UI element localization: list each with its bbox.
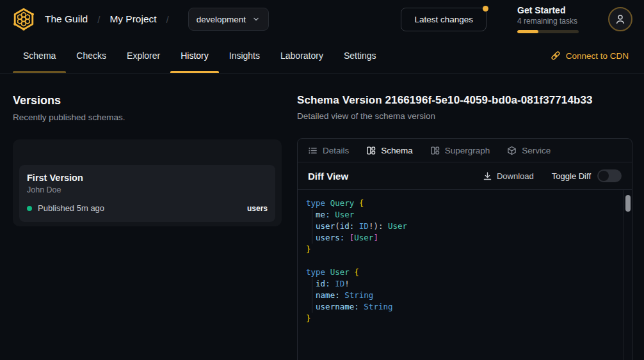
latest-changes-button[interactable]: Latest changes	[401, 8, 487, 31]
scrollbar-track	[624, 190, 624, 360]
detail-tab-label: Supergraph	[445, 146, 490, 155]
app-header: The Guild / My Project / development Lat…	[0, 0, 644, 38]
tab-label: Explorer	[127, 51, 160, 61]
detail-tab-schema[interactable]: Schema	[366, 146, 413, 155]
target-nav: Schema Checks Explorer History Insights …	[0, 38, 644, 74]
get-started-tasks: 4 remaining tasks	[517, 17, 579, 26]
tab-label: Checks	[76, 51, 106, 61]
detail-tab-details[interactable]: Details	[308, 146, 349, 155]
indent-guide	[312, 209, 312, 244]
breadcrumb-separator: /	[97, 14, 100, 25]
diff-toolbar: Diff View Download Toggle Diff	[298, 162, 632, 190]
target-select[interactable]: development	[188, 8, 269, 31]
detail-tab-label: Details	[323, 146, 349, 155]
get-started-title: Get Started	[517, 5, 579, 15]
get-started-progressbar	[517, 30, 579, 33]
person-icon	[615, 13, 626, 25]
version-author: John Doe	[27, 185, 268, 194]
schema-code-editor[interactable]: type Query { me: User user(id: ID!): Use…	[298, 190, 632, 360]
toggle-diff-switch[interactable]	[597, 169, 622, 182]
download-icon	[483, 171, 492, 181]
get-started-widget[interactable]: Get Started 4 remaining tasks	[517, 5, 579, 33]
link-icon	[551, 51, 561, 61]
tab-label: Laboratory	[280, 51, 323, 61]
detail-tab-label: Service	[522, 146, 551, 155]
tab-label: Schema	[23, 51, 56, 61]
indent-guide	[312, 278, 312, 313]
columns-icon	[366, 146, 376, 155]
detail-tabs: Details Schema	[298, 139, 632, 162]
version-detail-panel: Schema Version 2166196f-5e10-4059-bd0a-0…	[297, 94, 632, 360]
scrollbar-thumb[interactable]	[625, 195, 631, 212]
breadcrumb-separator: /	[166, 14, 169, 25]
versions-list: First Version John Doe Published 5m ago …	[13, 139, 282, 226]
main-content: Versions Recently published schemas. Fir…	[0, 74, 644, 360]
tab-label: Insights	[229, 51, 260, 61]
detail-tab-supergraph[interactable]: Supergraph	[430, 146, 490, 155]
breadcrumb-org[interactable]: The Guild	[45, 13, 88, 25]
user-avatar[interactable]	[608, 7, 632, 31]
schema-view-panel: Details Schema	[297, 138, 632, 360]
versions-subtitle: Recently published schemas.	[13, 113, 282, 122]
versions-title: Versions	[13, 94, 282, 107]
diff-view-title: Diff View	[308, 171, 348, 182]
version-detail-title: Schema Version 2166196f-5e10-4059-bd0a-0…	[297, 94, 632, 107]
tab-history[interactable]: History	[170, 38, 219, 73]
detail-tab-service[interactable]: Service	[507, 146, 551, 155]
tab-label: Settings	[344, 51, 376, 61]
tab-insights[interactable]: Insights	[219, 38, 270, 73]
detail-tab-label: Schema	[381, 146, 413, 155]
version-detail-subtitle: Detailed view of the schema version	[297, 111, 632, 121]
version-status: Published 5m ago	[38, 203, 104, 213]
columns-icon	[430, 146, 440, 155]
download-button[interactable]: Download	[483, 171, 534, 181]
tab-explorer[interactable]: Explorer	[117, 38, 170, 73]
tab-laboratory[interactable]: Laboratory	[270, 38, 334, 73]
version-list-item[interactable]: First Version John Doe Published 5m ago …	[19, 165, 275, 222]
versions-panel: Versions Recently published schemas. Fir…	[13, 94, 282, 360]
download-label: Download	[497, 171, 534, 181]
version-name: First Version	[27, 173, 268, 183]
tab-checks[interactable]: Checks	[66, 38, 117, 73]
version-service-badge: users	[247, 204, 268, 213]
tab-schema[interactable]: Schema	[13, 38, 66, 73]
code-content: type Query { me: User user(id: ID!): Use…	[306, 198, 615, 324]
latest-changes-label: Latest changes	[414, 15, 473, 24]
notification-dot	[483, 6, 488, 12]
target-select-value: development	[197, 15, 246, 24]
connect-to-cdn-label: Connect to CDN	[566, 51, 629, 61]
connect-to-cdn-button[interactable]: Connect to CDN	[548, 38, 631, 73]
tab-settings[interactable]: Settings	[334, 38, 387, 73]
list-icon	[308, 146, 318, 155]
published-status-dot	[27, 206, 32, 211]
cube-icon	[507, 146, 517, 155]
toggle-diff-label: Toggle Diff	[552, 171, 591, 181]
hive-logo-icon[interactable]	[12, 7, 36, 31]
tab-label: History	[181, 51, 209, 61]
breadcrumb-project[interactable]: My Project	[109, 13, 156, 25]
chevron-down-icon	[252, 15, 261, 24]
toggle-knob	[599, 171, 609, 181]
get-started-progress-fill	[517, 30, 538, 33]
